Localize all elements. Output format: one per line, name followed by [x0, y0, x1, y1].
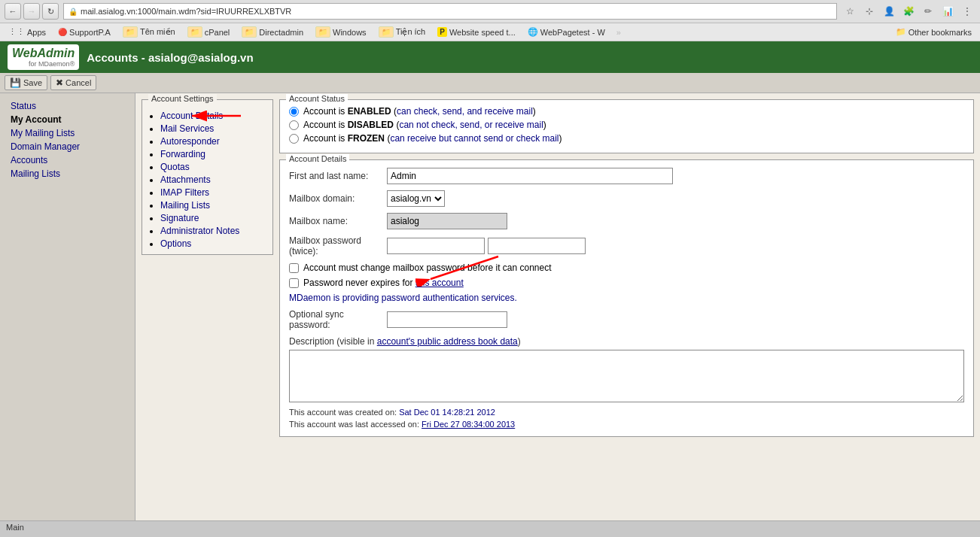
sidebar-item-mailing-lists[interactable]: Mailing Lists [0, 167, 135, 181]
nav-admin-notes[interactable]: Administrator Notes [160, 226, 239, 236]
profile-icon[interactable]: 👤 [881, 3, 897, 20]
webpagetest-icon: 🌐 [528, 27, 538, 37]
bookmark-webpagetest[interactable]: 🌐 WebPagetest - W [524, 26, 609, 38]
extension-icon[interactable]: 🧩 [900, 3, 917, 20]
logo-area: WebAdmin for MDaemon® [8, 44, 79, 70]
save-button[interactable]: 💾 Save [5, 75, 47, 90]
nav-options[interactable]: Options [160, 238, 191, 249]
sync-password-input[interactable] [387, 311, 507, 328]
password-input-1[interactable] [387, 238, 485, 254]
description-textarea[interactable] [289, 350, 964, 402]
created-date: Sat Dec 01 14:28:21 2012 [399, 408, 495, 417]
accessed-date[interactable]: Fri Dec 27 08:34:00 2013 [422, 420, 515, 429]
bookmarks-bar: ⋮⋮ Apps 🔴 SupportP.A 📁 Tên miền 📁 cPanel… [0, 23, 980, 41]
account-status-fieldset: Account Status Account is ENABLED (can c… [279, 99, 974, 153]
domain-label: Mailbox domain: [289, 193, 387, 204]
radio-enabled-input[interactable] [289, 107, 299, 117]
mdaemon-info: MDaemon is providing password authentica… [289, 293, 964, 303]
folder-icon: 📁 [315, 26, 330, 38]
website-speed-label: Website speed t... [449, 28, 516, 37]
bookmark-supportpa[interactable]: 🔴 SupportP.A [54, 26, 114, 38]
mailbox-name-input[interactable] [387, 213, 507, 229]
status-text: Main [6, 523, 24, 532]
back-button[interactable]: ← [5, 3, 21, 20]
list-item: Mailing Lists [160, 200, 266, 211]
sidebar-item-accounts[interactable]: Accounts [0, 153, 135, 167]
logo-text: WebAdmin [12, 47, 75, 59]
list-item: Signature [160, 213, 266, 223]
forward-button[interactable]: → [23, 3, 40, 20]
star-icon[interactable]: ☆ [842, 3, 858, 20]
list-item: Account Details [160, 111, 266, 121]
folder-icon: 📁 [123, 26, 138, 38]
nav-quotas[interactable]: Quotas [160, 162, 190, 172]
other-bookmarks-icon: 📁 [896, 27, 906, 37]
browser-actions: ☆ ⊹ 👤 🧩 ✏ 📊 ⋮ [842, 3, 975, 20]
list-item: Options [160, 238, 266, 249]
apps-label: Apps [27, 28, 46, 37]
nav-mail-services[interactable]: Mail Services [160, 123, 214, 134]
bookmark-tien-ich[interactable]: 📁 Tiện ích [375, 25, 430, 39]
nav-autoresponder[interactable]: Autoresponder [160, 136, 220, 147]
this-account-link[interactable]: this account [415, 278, 464, 288]
form-row-domain: Mailbox domain: asialog.vn [289, 190, 964, 207]
right-panels: Account Status Account is ENABLED (can c… [279, 99, 974, 437]
other-bookmarks[interactable]: 📁 Other bookmarks [892, 26, 975, 38]
created-label: This account was created on: [289, 408, 399, 417]
bookmark-directadmin[interactable]: 📁 Directadmin [238, 25, 307, 39]
form-row-mailbox-name: Mailbox name: [289, 213, 964, 229]
lock-icon: 🔒 [68, 8, 78, 16]
must-change-checkbox[interactable] [289, 263, 299, 273]
browser-toolbar: ← → ↻ 🔒 mail.asialog.vn:1000/main.wdm?si… [0, 0, 980, 23]
settings-panel-title: Account Settings [148, 94, 217, 103]
password-input-2[interactable] [488, 238, 586, 254]
windows-label: Windows [333, 28, 367, 37]
mailbox-name-label: Mailbox name: [289, 216, 387, 226]
bookmark-windows[interactable]: 📁 Windows [312, 25, 370, 39]
never-expires-checkbox[interactable] [289, 278, 299, 288]
sidebar-item-my-account[interactable]: My Account [0, 113, 135, 126]
chart-icon[interactable]: 📊 [939, 3, 956, 20]
sidebar-item-domain-manager[interactable]: Domain Manager [0, 140, 135, 153]
radio-disabled-input[interactable] [289, 120, 299, 130]
bookmark-apps[interactable]: ⋮⋮ Apps [5, 26, 50, 38]
radio-enabled-label: Account is ENABLED (can check, send, and… [303, 106, 536, 117]
list-item: Quotas [160, 162, 266, 172]
cpanel-label: cPanel [205, 28, 230, 37]
nav-imap-filters[interactable]: IMAP Filters [160, 187, 209, 198]
menu-icon[interactable]: ⋮ [959, 3, 975, 20]
bookmark-cpanel[interactable]: 📁 cPanel [184, 25, 234, 39]
other-bookmarks-label: Other bookmarks [908, 28, 972, 37]
pen-icon[interactable]: ✏ [920, 3, 936, 20]
cancel-button[interactable]: ✖ Cancel [50, 75, 96, 90]
nav-signature[interactable]: Signature [160, 213, 199, 223]
save-label: Save [23, 78, 42, 87]
cancel-label: Cancel [65, 78, 91, 87]
address-book-link[interactable]: account's public address book data [377, 336, 518, 347]
tien-ich-label: Tiện ích [396, 27, 426, 37]
bookmark-ten-mien[interactable]: 📁 Tên miền [119, 25, 179, 39]
refresh-button[interactable]: ↻ [42, 3, 59, 20]
bookmark-icon[interactable]: ⊹ [861, 3, 878, 20]
nav-account-details[interactable]: Account Details [160, 111, 223, 121]
radio-frozen-input[interactable] [289, 134, 299, 144]
status-legend: Account Status [286, 94, 348, 103]
sidebar-item-status[interactable]: Status [0, 99, 135, 113]
cancel-icon: ✖ [56, 77, 63, 88]
accessed-label: This account was last accessed on: [289, 420, 422, 429]
content-area: Account Settings Account Details Mail Se… [135, 93, 980, 520]
domain-select[interactable]: asialog.vn [387, 190, 445, 207]
app-header: WebAdmin for MDaemon® Accounts - asialog… [0, 41, 980, 73]
list-item: Autoresponder [160, 136, 266, 147]
supportpa-icon: 🔴 [58, 28, 67, 36]
list-item: Mail Services [160, 123, 266, 134]
name-input[interactable] [387, 168, 673, 184]
bookmark-website-speed[interactable]: P Website speed t... [434, 26, 519, 38]
nav-attachments[interactable]: Attachments [160, 174, 211, 185]
sidebar-item-my-mailing-lists[interactable]: My Mailing Lists [0, 126, 135, 140]
settings-nav-list: Account Details Mail Services Autorespon… [148, 111, 266, 249]
never-expires-row: Password never expires for this account [289, 278, 964, 288]
nav-mailing-lists[interactable]: Mailing Lists [160, 200, 210, 211]
address-bar[interactable]: 🔒 mail.asialog.vn:1000/main.wdm?sid=IRUU… [63, 3, 837, 20]
nav-forwarding[interactable]: Forwarding [160, 149, 205, 159]
